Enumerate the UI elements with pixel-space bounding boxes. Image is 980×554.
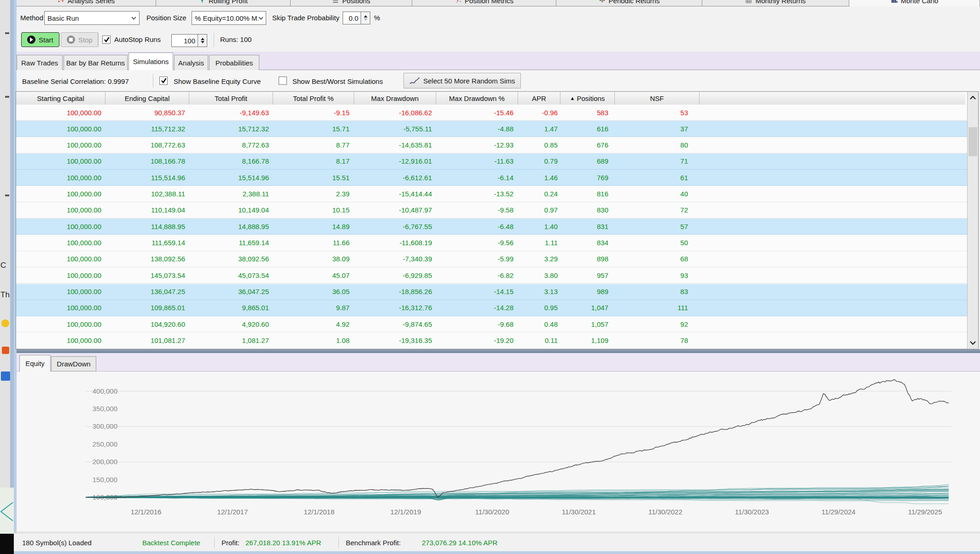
spin-down-icon[interactable]	[363, 18, 368, 21]
show-baseline-checkbox[interactable]	[159, 77, 168, 85]
table-row[interactable]: 100,000.00104,920.604,920.604.92-9,874.6…	[16, 316, 967, 332]
column-header-apr[interactable]: APR	[518, 92, 560, 105]
tab-bar-by-bar-returns[interactable]: Bar by Bar Returns	[64, 55, 128, 70]
select-random-sims-button[interactable]: Select 50 More Random Sims	[403, 73, 521, 88]
skip-trade-spinner[interactable]	[361, 12, 370, 24]
table-header-row: Starting CapitalEnding CapitalTotal Prof…	[16, 92, 965, 105]
tab-equity[interactable]: Equity	[19, 355, 51, 371]
column-header-total-profit[interactable]: Total Profit	[189, 92, 273, 105]
table-row[interactable]: 100,000.00102,388.112,388.112.39-15,414.…	[16, 186, 967, 202]
table-row[interactable]: 100,000.00145,073.5445,073.5445.07-6,929…	[16, 267, 967, 283]
skip-trade-probability-input[interactable]: 0.0	[343, 12, 361, 24]
table-cell: 50	[615, 235, 700, 251]
chevron-up-icon	[970, 96, 976, 100]
table-cell: 40	[615, 186, 700, 202]
position-size-select[interactable]: % Equity=10.00% M...	[192, 11, 266, 25]
table-row[interactable]: 100,000.00114,888.9514,888.9514.89-6,767…	[16, 218, 967, 235]
spin-up-icon[interactable]	[363, 15, 368, 18]
table-cell: 100,000.00	[16, 284, 105, 300]
stop-icon	[67, 35, 75, 44]
table-cell: 0.97	[518, 202, 560, 218]
tab-raw-trades[interactable]: Raw Trades	[17, 55, 63, 70]
table-row[interactable]: 100,000.0090,850.37-9,149.63-9.15-16,086…	[16, 105, 967, 121]
benchmark-profit-value: 273,076.29 14.10% APR	[422, 533, 497, 552]
tab-position-metrics[interactable]: Position Metrics	[412, 0, 556, 6]
table-cell: -13.52	[436, 186, 518, 202]
bar-chart-icon	[891, 0, 898, 5]
column-header-positions[interactable]: ▲Positions	[560, 92, 615, 105]
table-row[interactable]: 100,000.00110,149.0410,149.0410.15-10,48…	[16, 202, 967, 218]
y-axis-label: 400,000	[93, 387, 117, 395]
table-cell: 2,388.11	[189, 186, 273, 202]
scroll-up-button[interactable]	[968, 92, 978, 104]
baseline-equity-curve	[86, 380, 949, 498]
column-header-starting-capital[interactable]: Starting Capital	[16, 92, 105, 105]
tab-monthly-returns[interactable]: Monthly Returns	[702, 0, 849, 6]
table-cell: 989	[560, 284, 615, 300]
table-cell: -5.99	[436, 251, 518, 267]
table-cell: 68	[615, 251, 700, 267]
tab-analysis[interactable]: Analysis	[174, 55, 208, 70]
table-cell: -7,340.39	[354, 251, 436, 267]
table-row[interactable]: 100,000.00101,081.271,081.271.08-19,316.…	[16, 333, 967, 349]
tab-drawdown[interactable]: DrawDown	[51, 356, 96, 371]
autostop-runs-spinner[interactable]	[198, 34, 207, 47]
show-baseline-label: Show Baseline Equity Curve	[174, 77, 261, 85]
table-cell: 0.24	[518, 186, 560, 202]
stop-button[interactable]: Stop	[61, 32, 99, 47]
table-cell: 111	[615, 300, 700, 316]
table-cell: 101,081.27	[105, 333, 189, 348]
scroll-down-button[interactable]	[968, 337, 978, 349]
tab-analysis-series[interactable]: Analysis Series	[17, 0, 156, 6]
autostop-runs-input[interactable]: 100	[171, 34, 198, 47]
splitter-handle[interactable]	[17, 349, 980, 353]
run-toolbar: Start Stop AutoStop Runs 100 Runs: 100	[17, 29, 980, 52]
spin-up-icon[interactable]	[200, 37, 205, 41]
column-header-max-drawdown[interactable]: Max Drawdown	[354, 92, 436, 105]
show-bestworst-checkbox[interactable]	[279, 77, 287, 85]
tab-probabilities[interactable]: Probabilities	[209, 55, 259, 70]
tab-label: Monthly Returns	[755, 0, 805, 5]
dot-metrics-icon	[455, 0, 461, 5]
x-axis-label: 11/29/2024	[822, 508, 856, 516]
table-cell: -15,414.44	[354, 186, 436, 202]
start-button[interactable]: Start	[21, 32, 59, 47]
table-row[interactable]: 100,000.00115,712.3215,712.3215.71-5,755…	[16, 121, 967, 137]
table-cell: 9.87	[273, 300, 354, 316]
spin-down-icon[interactable]	[200, 41, 205, 44]
background-mark	[5, 194, 9, 196]
table-row[interactable]: 100,000.00109,865.019,865.019.87-16,312.…	[16, 300, 967, 316]
table-row[interactable]: 100,000.00115,514.9615,514.9615.51-6,612…	[16, 170, 967, 186]
table-row[interactable]: 100,000.00136,047.2536,047.2536.05-18,85…	[16, 284, 967, 300]
table-cell: 0.95	[518, 300, 560, 316]
chevron-down-icon	[970, 341, 976, 345]
scrollbar-thumb[interactable]	[968, 127, 977, 156]
column-header-max-drawdown-pct[interactable]: Max Drawdown %	[436, 92, 518, 105]
tab-periodic-returns[interactable]: Periodic Returns	[556, 0, 702, 6]
column-header-total-profit-pct[interactable]: Total Profit %	[273, 92, 354, 105]
column-header-label: Total Profit %	[293, 94, 333, 102]
sort-ascending-icon: ▲	[570, 95, 575, 101]
column-header-ending-capital[interactable]: Ending Capital	[105, 92, 189, 105]
tab-simulations[interactable]: Simulations	[128, 53, 173, 70]
settings-toolbar: Method Basic Run Position Size % Equity=…	[17, 6, 980, 29]
table-row[interactable]: 100,000.00108,166.788,166.788.17-12,916.…	[16, 153, 967, 170]
table-cell: -14.28	[436, 300, 518, 316]
background-dark-corner	[0, 534, 14, 554]
table-cell: -5,755.11	[354, 121, 436, 136]
table-cell: 38,092.56	[189, 251, 273, 267]
method-select[interactable]: Basic Run	[44, 11, 140, 25]
tab-rolling-profit[interactable]: Rolling Profit	[156, 0, 291, 6]
column-header-nsf[interactable]: NSF	[615, 92, 700, 105]
table-row[interactable]: 100,000.00111,659.1411,659.1411.66-11,60…	[16, 235, 967, 251]
backtest-state-text: Backtest Complete	[142, 533, 200, 552]
table-row[interactable]: 100,000.00108,772.638,772.638.77-14,635.…	[16, 137, 967, 153]
table-vertical-scrollbar[interactable]	[967, 92, 978, 349]
table-cell: -15.46	[436, 105, 518, 120]
table-row[interactable]: 100,000.00138,092.5638,092.5638.09-7,340…	[16, 251, 967, 267]
table-cell: 100,000.00	[16, 170, 105, 185]
tab-positions[interactable]: Positions	[291, 0, 412, 6]
autostop-checkbox[interactable]	[102, 35, 111, 44]
tab-monte-carlo[interactable]: Monte Carlo	[849, 0, 980, 6]
table-cell: 4.92	[273, 316, 354, 332]
